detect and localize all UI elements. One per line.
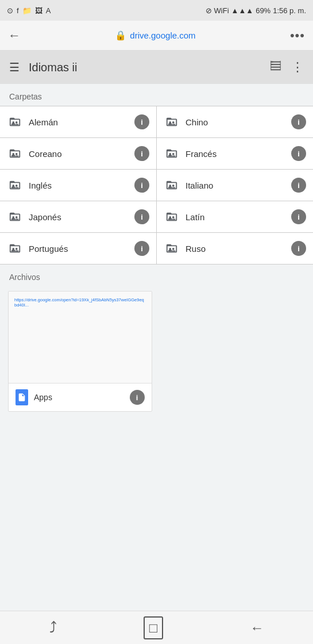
folder-shared-icon-ruso xyxy=(164,241,180,255)
svg-point-23 xyxy=(172,216,175,218)
folder-item-ruso[interactable]: Ruso i xyxy=(157,233,313,264)
header-more-button[interactable]: ⋮ xyxy=(291,60,304,75)
header-actions: ⋮ xyxy=(269,59,304,75)
folder-name-latin: Latín xyxy=(186,212,285,222)
signal-icon: ▲▲▲ xyxy=(231,6,254,15)
info-button-apps[interactable]: i xyxy=(130,390,145,405)
folder-item-coreano[interactable]: Coreano i xyxy=(0,138,156,169)
svg-point-11 xyxy=(172,121,175,124)
folder-shared-icon-frances xyxy=(164,147,180,160)
info-button-japones[interactable]: i xyxy=(134,209,149,224)
svg-point-17 xyxy=(16,185,18,187)
wifi-icon: WiFi xyxy=(214,6,229,15)
url-bar[interactable]: 🔒 drive.google.com xyxy=(28,30,283,41)
file-thumbnail-text: https://drive.google.com/open?id=19Xk_j4… xyxy=(14,297,146,308)
bottom-nav: ⤴ □ ← xyxy=(0,611,313,644)
folder-shared-icon-latin xyxy=(164,210,180,224)
nav-back-button[interactable]: ← xyxy=(238,615,275,641)
svg-rect-3 xyxy=(271,69,281,70)
svg-point-25 xyxy=(16,248,18,250)
svg-point-9 xyxy=(16,121,18,124)
file-footer-apps: Apps i xyxy=(9,384,152,411)
svg-point-27 xyxy=(172,248,175,250)
battery-text: 69% xyxy=(256,6,271,15)
browser-menu-button[interactable]: ••• xyxy=(290,28,305,43)
folder-item-chino[interactable]: Chino i xyxy=(157,106,313,137)
file-type-doc-icon xyxy=(16,389,28,405)
file-name-apps: Apps xyxy=(34,393,124,402)
status-bar: ⊙ f 📁 🖼 A ⊘ WiFi ▲▲▲ 69% 1:56 p. m. xyxy=(0,0,313,21)
folder-shared-icon-portugues xyxy=(7,241,23,255)
info-button-chino[interactable]: i xyxy=(291,114,306,129)
folder-name-coreano: Coreano xyxy=(29,149,129,159)
folder-shared-icon-italiano xyxy=(164,178,180,192)
folder-name-aleman: Alemán xyxy=(29,117,129,127)
folder-item-aleman[interactable]: Alemán i xyxy=(0,106,156,137)
nav-recent-button[interactable]: ⤴ xyxy=(38,614,68,641)
folder-name-japones: Japonés xyxy=(29,212,129,222)
files-section-label: Archivos xyxy=(0,264,313,286)
file-item-apps[interactable]: https://drive.google.com/open?id=19Xk_j4… xyxy=(8,291,152,412)
nav-home-button[interactable]: □ xyxy=(144,616,164,639)
time-display: 1:56 p. m. xyxy=(273,6,306,15)
folder-item-italiano[interactable]: Italiano i xyxy=(157,170,313,201)
folder-name-italiano: Italiano xyxy=(186,181,285,190)
list-view-button[interactable] xyxy=(269,59,282,75)
status-left-icons: ⊙ f 📁 🖼 A xyxy=(7,6,51,15)
info-button-ingles[interactable]: i xyxy=(134,178,149,193)
svg-point-15 xyxy=(172,153,175,155)
folder-shared-icon-japones xyxy=(7,210,23,224)
info-button-italiano[interactable]: i xyxy=(291,178,306,193)
folder-grid: Alemán i Chino i xyxy=(0,106,313,264)
status-right-icons: ⊘ WiFi ▲▲▲ 69% 1:56 p. m. xyxy=(206,6,306,15)
app-header: ☰ Idiomas ii ⋮ xyxy=(0,51,313,84)
info-button-latin[interactable]: i xyxy=(291,209,306,224)
folder-name-portugues: Portugués xyxy=(29,244,129,254)
main-content: Carpetas Alemán i xyxy=(0,84,313,416)
files-section: Archivos https://drive.google.com/open?i… xyxy=(0,264,313,416)
folder-name-ingles: Inglés xyxy=(29,181,129,190)
folder-name-ruso: Ruso xyxy=(186,244,285,254)
folder-item-frances[interactable]: Francés i xyxy=(157,138,313,169)
info-button-aleman[interactable]: i xyxy=(134,114,149,129)
folder-item-portugues[interactable]: Portugués i xyxy=(0,233,156,264)
svg-rect-2 xyxy=(271,67,281,68)
browser-bar: ← 🔒 drive.google.com ••• xyxy=(0,21,313,51)
info-button-coreano[interactable]: i xyxy=(134,146,149,161)
folder-item-ingles[interactable]: Inglés i xyxy=(0,170,156,201)
svg-rect-29 xyxy=(20,399,23,400)
svg-rect-4 xyxy=(271,62,273,63)
status-icon-2: f xyxy=(17,6,19,15)
status-icon-1: ⊙ xyxy=(7,6,13,15)
folder-item-latin[interactable]: Latín i xyxy=(157,201,313,232)
status-icon-4: 🖼 xyxy=(35,6,42,15)
folder-shared-icon-coreano xyxy=(7,147,23,160)
svg-rect-28 xyxy=(20,398,24,398)
status-icon-5: A xyxy=(46,6,51,15)
page-title: Idiomas ii xyxy=(29,61,260,74)
folder-name-chino: Chino xyxy=(186,117,285,127)
file-thumbnail-apps: https://drive.google.com/open?id=19Xk_j4… xyxy=(9,292,152,384)
info-button-ruso[interactable]: i xyxy=(291,241,306,256)
folder-shared-icon-chino xyxy=(164,115,180,129)
svg-point-21 xyxy=(16,216,18,218)
url-text: drive.google.com xyxy=(130,30,195,40)
status-icon-3: 📁 xyxy=(22,6,32,15)
browser-back-button[interactable]: ← xyxy=(8,28,21,43)
hamburger-menu-button[interactable]: ☰ xyxy=(9,60,20,74)
folder-shared-icon xyxy=(7,115,23,129)
files-row: https://drive.google.com/open?id=19Xk_j4… xyxy=(0,286,313,416)
folder-name-frances: Francés xyxy=(186,149,285,159)
folders-section: Carpetas Alemán i xyxy=(0,84,313,264)
svg-rect-5 xyxy=(271,64,273,65)
do-not-disturb-icon: ⊘ xyxy=(206,6,212,15)
info-button-frances[interactable]: i xyxy=(291,146,306,161)
folders-section-label: Carpetas xyxy=(0,84,313,106)
info-button-portugues[interactable]: i xyxy=(134,241,149,256)
folder-item-japones[interactable]: Japonés i xyxy=(0,201,156,232)
folder-shared-icon-ingles xyxy=(7,178,23,192)
svg-point-13 xyxy=(16,153,18,155)
svg-point-19 xyxy=(172,185,175,187)
lock-icon: 🔒 xyxy=(115,30,126,41)
